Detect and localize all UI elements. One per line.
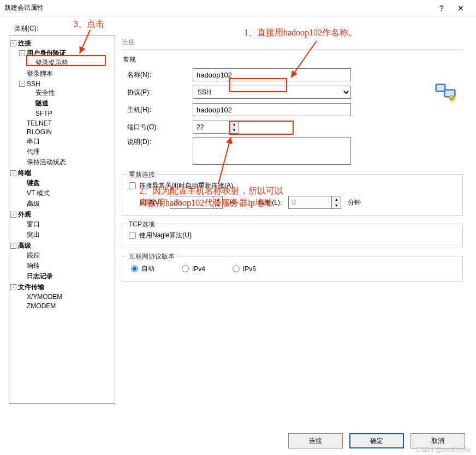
host-input[interactable] bbox=[193, 103, 351, 116]
tree-login-prompt[interactable]: 登录提示符 bbox=[35, 59, 68, 67]
expand-icon[interactable]: - bbox=[10, 40, 16, 46]
computers-icon bbox=[435, 82, 457, 101]
group-tcp-legend: TCP选项 bbox=[127, 220, 157, 229]
spin-down-icon[interactable]: ▼ bbox=[213, 202, 222, 208]
expand-icon[interactable]: - bbox=[19, 81, 25, 87]
tree-highlight[interactable]: 突出 bbox=[27, 231, 40, 238]
ip-auto-radio[interactable]: 自动 bbox=[131, 264, 154, 273]
spin-up-icon[interactable]: ▲ bbox=[332, 196, 341, 202]
category-label: 类别(C): bbox=[14, 24, 467, 33]
port-label: 端口号(O): bbox=[122, 123, 193, 132]
name-input[interactable] bbox=[193, 68, 351, 81]
tree-advanced[interactable]: 高级 bbox=[18, 242, 31, 249]
tree-ssh[interactable]: SSH bbox=[27, 80, 40, 88]
tree-rlogin[interactable]: RLOGIN bbox=[27, 128, 52, 136]
host-label: 主机(H): bbox=[122, 105, 193, 115]
name-label: 名称(N): bbox=[122, 70, 193, 80]
watermark: CSDN @sodaloveer bbox=[416, 446, 471, 453]
group-reconnect: 重新连接 连接异常关闭时自动重新连接(A) 间隔(V): ▲▼ 秒 限制(L): bbox=[122, 174, 463, 216]
titlebar: 新建会话属性 ? ✕ bbox=[0, 0, 476, 16]
interval-unit: 秒 bbox=[229, 198, 236, 207]
svg-rect-3 bbox=[445, 91, 454, 96]
tree-adv1[interactable]: 高级 bbox=[27, 200, 40, 207]
desc-input[interactable] bbox=[193, 137, 351, 165]
limit-input[interactable] bbox=[288, 196, 332, 209]
tree-terminal[interactable]: 终端 bbox=[18, 169, 31, 177]
connect-button[interactable]: 连接 bbox=[288, 433, 343, 448]
port-spinner[interactable]: ▲▼ bbox=[230, 121, 239, 134]
tree-xymodem[interactable]: X/YMODEM bbox=[27, 293, 62, 301]
ok-button[interactable]: 确定 bbox=[349, 433, 404, 448]
interval-spinner[interactable]: ▲▼ bbox=[213, 196, 223, 209]
svg-rect-1 bbox=[437, 85, 444, 91]
tree-appearance[interactable]: 外观 bbox=[18, 211, 31, 218]
tree-bell[interactable]: 响铃 bbox=[27, 262, 40, 270]
tree-keepalive[interactable]: 保持活动状态 bbox=[27, 158, 66, 166]
ip-v6-radio[interactable]: IPv6 bbox=[233, 265, 256, 273]
spin-down-icon[interactable]: ▼ bbox=[332, 202, 341, 208]
tree-user-auth[interactable]: 用户身份验证 bbox=[27, 49, 66, 57]
tree-vt[interactable]: VT 模式 bbox=[27, 189, 50, 197]
tree-tunnel[interactable]: 隧道 bbox=[35, 99, 49, 107]
spin-up-icon[interactable]: ▲ bbox=[213, 196, 222, 202]
desc-label: 说明(D): bbox=[122, 137, 193, 147]
expand-icon[interactable]: - bbox=[10, 243, 16, 249]
group-tcp: TCP选项 使用Nagle算法(U) bbox=[122, 224, 463, 248]
nagle-label: 使用Nagle算法(U) bbox=[139, 231, 192, 240]
tree-security[interactable]: 安全性 bbox=[35, 89, 55, 97]
spin-down-icon[interactable]: ▼ bbox=[230, 127, 239, 133]
category-tree[interactable]: -连接 -用户身份验证 登录提示符 登录脚本 -SSH 安全性 隧道 SFTP bbox=[9, 35, 115, 404]
protocol-label: 协议(P): bbox=[122, 88, 193, 97]
auto-reconnect-checkbox[interactable] bbox=[129, 182, 136, 189]
interval-label: 间隔(V): bbox=[140, 198, 163, 207]
group-ipversion-legend: 互联网协议版本 bbox=[127, 252, 177, 261]
tree-zmodem[interactable]: ZMODEM bbox=[27, 302, 56, 310]
tree-keyboard[interactable]: 键盘 bbox=[27, 179, 40, 187]
auto-reconnect-label: 连接异常关闭时自动重新连接(A) bbox=[139, 181, 233, 190]
expand-icon[interactable]: - bbox=[10, 284, 16, 290]
tree-window[interactable]: 窗口 bbox=[27, 220, 40, 228]
close-button[interactable]: ✕ bbox=[450, 4, 472, 13]
tree-connection[interactable]: 连接 bbox=[18, 39, 31, 47]
expand-icon[interactable]: - bbox=[10, 212, 16, 218]
limit-spinner[interactable]: ▲▼ bbox=[332, 196, 341, 209]
interval-input[interactable] bbox=[170, 196, 213, 209]
tree-serial[interactable]: 串口 bbox=[27, 137, 40, 145]
nagle-checkbox[interactable] bbox=[129, 232, 136, 239]
tree-telnet[interactable]: TELNET bbox=[27, 119, 52, 127]
tree-login-script[interactable]: 登录脚本 bbox=[27, 70, 53, 77]
protocol-select[interactable]: SSH bbox=[193, 86, 351, 99]
section-title: 连接 bbox=[122, 38, 463, 47]
tree-filetransfer[interactable]: 文件传输 bbox=[18, 283, 44, 291]
group-ipversion: 互联网协议版本 自动 IPv4 IPv6 bbox=[122, 256, 463, 282]
tree-sftp[interactable]: SFTP bbox=[35, 110, 52, 117]
tree-trace[interactable]: 跟踪 bbox=[27, 252, 40, 259]
window-title: 新建会话属性 bbox=[4, 3, 433, 13]
tree-proxy[interactable]: 代理 bbox=[27, 148, 40, 155]
expand-icon[interactable]: - bbox=[19, 50, 25, 56]
port-input[interactable] bbox=[193, 121, 230, 134]
help-button[interactable]: ? bbox=[433, 4, 450, 13]
limit-unit: 分钟 bbox=[348, 198, 361, 207]
ip-v4-radio[interactable]: IPv4 bbox=[182, 265, 205, 273]
spin-up-icon[interactable]: ▲ bbox=[230, 121, 239, 127]
expand-icon[interactable]: - bbox=[10, 170, 16, 176]
group-reconnect-legend: 重新连接 bbox=[127, 170, 157, 179]
limit-label: 限制(L): bbox=[259, 198, 282, 207]
tree-log[interactable]: 日志记录 bbox=[27, 272, 53, 280]
group-general-label: 常规 bbox=[123, 55, 463, 64]
settings-panel: 连接 常规 名称(N): 协议(P): SSH 主机(H): 端口号 bbox=[122, 35, 467, 404]
